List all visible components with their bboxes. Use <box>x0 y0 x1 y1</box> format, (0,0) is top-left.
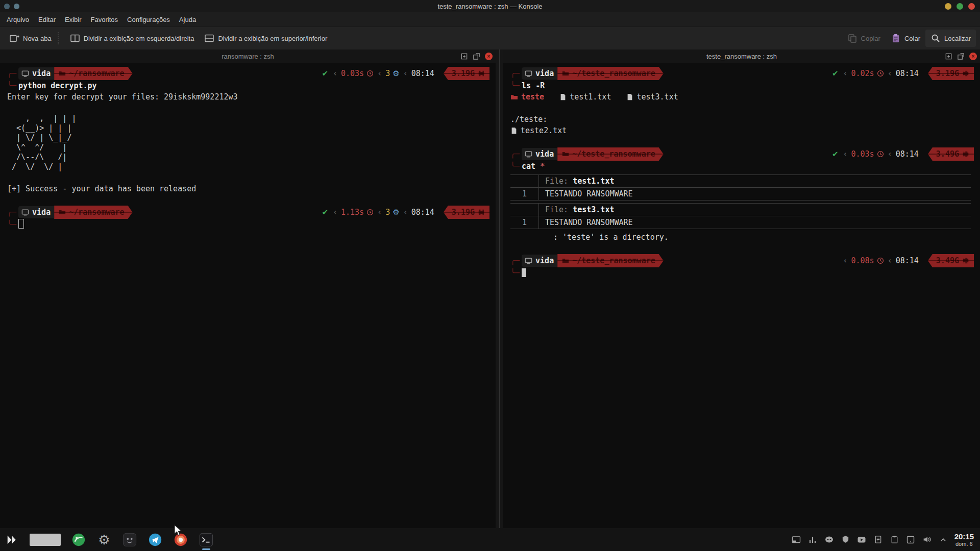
shield-icon[interactable] <box>841 535 850 544</box>
error-message: : 'teste' is a directory. <box>510 232 974 243</box>
copy-label: Copiar <box>861 35 880 42</box>
maximize-pane-icon[interactable] <box>460 53 468 60</box>
toolbar: Nova aba Dividir a exibição em esquerda/… <box>0 27 980 49</box>
ram-icon <box>478 209 485 216</box>
ascii-art-line: , , | | | <box>7 114 489 123</box>
separator-icon: ‹ <box>377 68 382 79</box>
bat-output-block: File: test3.txt 1 TESTANDO RANSOMWARE <box>510 203 971 229</box>
right-pane-header[interactable]: teste_ransomware : zsh × <box>503 49 980 63</box>
command-duration: 0.03s <box>341 68 364 79</box>
separator-icon: ‹ <box>843 68 847 79</box>
folder-icon <box>562 70 569 77</box>
minimize-button[interactable] <box>945 3 951 10</box>
volume-icon[interactable] <box>922 535 932 544</box>
left-terminal[interactable]: ╭─ vida ~/ransomware ✔ ‹ 0.03s ‹ 3 <box>0 63 496 528</box>
gear-icon: ⚙ <box>393 68 399 79</box>
bat-output-block: File: test1.txt 1 TESTANDO RANSOMWARE <box>510 174 971 201</box>
left-pane-header[interactable]: ransomware : zsh × <box>0 49 496 63</box>
ls-file: test1.txt <box>559 91 611 103</box>
bat-file-label: File: <box>545 205 573 214</box>
find-label: Localizar <box>944 35 971 42</box>
ram-segment: 3.49G <box>928 254 974 267</box>
check-icon: ✔ <box>322 68 328 79</box>
prompt-path: ~/teste_ransomware <box>572 255 655 266</box>
right-pane[interactable]: teste_ransomware : zsh × ╭─ vida <box>503 49 980 528</box>
notes-icon[interactable] <box>873 535 883 544</box>
green-app-icon[interactable] <box>71 532 86 547</box>
expand-tray-icon[interactable] <box>939 535 948 544</box>
ram-segment: 3.19G <box>928 67 974 80</box>
menu-favoritos[interactable]: Favoritos <box>86 14 122 26</box>
telegram-icon <box>148 533 162 547</box>
paste-button[interactable]: Colar <box>886 30 925 47</box>
ls-file: teste2.txt <box>510 125 974 136</box>
command-glob: * <box>540 162 545 171</box>
detach-pane-icon[interactable] <box>473 53 480 60</box>
bat-content-row: 1 TESTANDO RANSOMWARE <box>510 188 971 200</box>
prompt-path-segment: ~/teste_ransomware <box>557 67 664 80</box>
ram-value: 3.49G <box>936 148 959 160</box>
split-left-right-button[interactable]: Dividir a exibição em esquerda/direita <box>65 30 200 47</box>
split-top-bottom-button[interactable]: Dividir a exibição em superior/inferior <box>199 30 332 47</box>
media-play-icon[interactable] <box>857 535 867 544</box>
menu-configuracoes[interactable]: Configurações <box>122 14 175 26</box>
separator-icon: ‹ <box>377 207 382 218</box>
settings-app-button[interactable]: ⚙ <box>96 532 112 547</box>
os-icon <box>21 209 29 216</box>
divider-line <box>499 49 500 528</box>
window-preview-thumbnail[interactable] <box>30 534 61 546</box>
left-pane-title: ransomware : zsh <box>222 53 274 60</box>
menu-editar[interactable]: Editar <box>34 14 60 26</box>
right-terminal[interactable]: ╭─ vida ~/teste_ransomware ✔ ‹ 0.02s ‹ <box>503 63 980 528</box>
clock-widget[interactable]: 20:15 dom. 6 <box>950 532 980 547</box>
ram-icon <box>962 151 969 158</box>
system-tray <box>792 535 950 544</box>
prompt-path: ~/teste_ransomware <box>572 68 655 79</box>
maximize-pane-icon[interactable] <box>945 53 952 60</box>
separator-icon: ‹ <box>888 148 892 160</box>
bat-line-number: 1 <box>510 188 539 200</box>
prompt-path: ~/ransomware <box>69 68 124 79</box>
find-button[interactable]: Localizar <box>925 30 976 47</box>
discord-icon[interactable] <box>824 535 834 544</box>
os-icon <box>525 151 532 158</box>
panel-settings-icon[interactable] <box>792 535 801 544</box>
prompt-path: ~/ransomware <box>69 207 124 218</box>
right-pane-header-icons: × <box>945 49 977 63</box>
success-message: [+] Success - your data has been release… <box>7 183 489 194</box>
separator-icon: ‹ <box>403 207 408 218</box>
detach-pane-icon[interactable] <box>957 53 965 60</box>
prompt-user-segment: vida <box>18 206 54 218</box>
dark-app-button[interactable] <box>122 532 137 547</box>
separator-icon: ‹ <box>843 255 847 266</box>
left-pane[interactable]: ransomware : zsh × ╭─ vida <box>0 49 496 528</box>
telegram-app-button[interactable] <box>148 532 163 547</box>
ascii-art-line: /\--/\ /| <box>7 153 489 162</box>
close-pane-icon[interactable]: × <box>969 53 977 60</box>
konsole-app-button[interactable] <box>199 532 214 547</box>
bat-content-row: 1 TESTANDO RANSOMWARE <box>510 216 971 229</box>
close-pane-icon[interactable]: × <box>485 53 493 60</box>
app-launcher-button[interactable] <box>4 532 19 547</box>
titlebar[interactable]: teste_ransomware : zsh — Konsole <box>0 0 980 12</box>
pane-divider[interactable] <box>496 49 503 528</box>
menu-exibir[interactable]: Exibir <box>60 14 86 26</box>
maximize-button[interactable] <box>957 3 963 10</box>
close-button[interactable] <box>968 3 975 10</box>
clipboard-icon[interactable] <box>890 535 899 544</box>
check-icon: ✔ <box>832 148 839 160</box>
menu-ajuda[interactable]: Ajuda <box>175 14 201 26</box>
display-icon[interactable] <box>906 535 916 544</box>
os-icon <box>525 257 532 265</box>
ls-file: test3.txt <box>626 91 678 103</box>
copy-button[interactable]: Copiar <box>842 30 886 47</box>
split-top-bottom-label: Dividir a exibição em superior/inferior <box>218 35 327 42</box>
active-task-indicator <box>202 548 210 550</box>
folder-icon <box>562 151 569 158</box>
equalizer-icon[interactable] <box>808 535 818 544</box>
shell-prompt: ╭─ vida ~/teste_ransomware ✔ ‹ 0.03s ‹ <box>510 148 974 160</box>
menu-arquivo[interactable]: Arquivo <box>2 14 34 26</box>
new-tab-button[interactable]: Nova aba <box>4 30 57 47</box>
prompt-path-segment: ~/ransomware <box>54 67 132 80</box>
ram-value: 3.49G <box>936 255 959 266</box>
